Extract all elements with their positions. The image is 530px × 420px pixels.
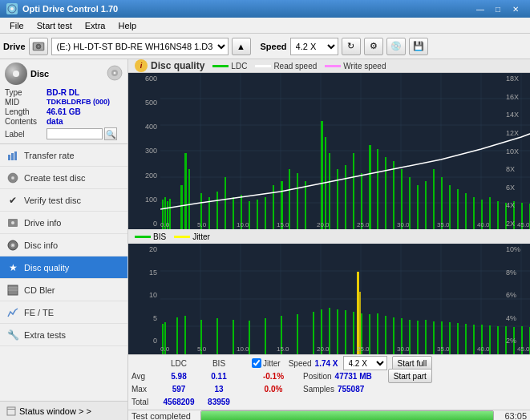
charts-area: 0.0 5.0 10.0 15.0 20.0 25.0 30.0 35.0 40… <box>128 73 530 354</box>
svg-rect-61 <box>289 169 290 229</box>
progress-time: 63:05 <box>499 411 527 420</box>
stats-avg-row: Avg 5.98 0.11 -0.1% Position 47731 MB St… <box>131 370 527 382</box>
ldc-label: LDC <box>231 62 247 71</box>
mid-value: TDKBLDRFB (000) <box>47 98 110 107</box>
svg-text:5.0: 5.0 <box>197 221 207 228</box>
disc-small-icon <box>107 65 123 81</box>
stats-max-row: Max 597 13 0.0% Samples 755087 <box>131 382 527 395</box>
nav-create-test-disc-label: Create test disc <box>24 173 85 183</box>
svg-rect-74 <box>393 161 394 229</box>
disc-info-icon <box>6 239 19 252</box>
chart-speed-select[interactable]: 4.2 X <box>343 356 387 370</box>
type-label: Type <box>5 88 47 97</box>
maximize-button[interactable]: □ <box>490 2 506 15</box>
top-chart-svg: 0.0 5.0 10.0 15.0 20.0 25.0 30.0 35.0 40… <box>160 73 530 229</box>
jitter-label: Jitter <box>192 232 210 241</box>
svg-rect-141 <box>377 313 378 354</box>
svg-rect-83 <box>465 193 467 229</box>
nav-fe-te[interactable]: FE / TE <box>0 301 127 324</box>
nav-items: Transfer rate Create test disc ✔ Verify … <box>0 144 127 401</box>
progress-bar-fill <box>201 411 493 420</box>
jitter-checkbox[interactable] <box>252 358 261 368</box>
refresh-btn[interactable]: ↻ <box>342 38 361 55</box>
svg-rect-11 <box>14 151 17 160</box>
write-speed-color <box>325 65 341 67</box>
menu-start-test[interactable]: Start test <box>30 19 79 32</box>
bis-color <box>135 236 151 238</box>
max-bis: 13 <box>200 385 237 394</box>
ldc-color <box>212 65 229 67</box>
disc-header-label: Disc <box>30 69 49 79</box>
nav-verify-test-disc[interactable]: ✔ Verify test disc <box>0 189 127 212</box>
toolbar: Drive (E:) HL-DT-ST BD-RE WH16NS48 1.D3 … <box>0 34 530 59</box>
speed-header-value: 1.74 X <box>315 359 338 368</box>
stats-total-row: Total 4568209 83959 <box>131 395 527 408</box>
nav-cd-bier[interactable]: CD Bler <box>0 279 127 301</box>
speed-select[interactable]: 4.2 X <box>290 38 338 55</box>
svg-rect-46 <box>169 199 171 229</box>
svg-rect-143 <box>393 317 394 354</box>
svg-rect-48 <box>184 153 187 229</box>
nav-drive-info[interactable]: Drive info <box>0 212 127 234</box>
svg-rect-63 <box>305 181 306 229</box>
disc-panel: Disc Type BD-R DL MID TDKBLDRFB (000) L <box>0 59 127 144</box>
menu-extra[interactable]: Extra <box>79 19 112 32</box>
minimize-button[interactable]: — <box>472 2 488 15</box>
eject-btn[interactable]: ▲ <box>232 38 251 55</box>
write-speed-label: Write speed <box>343 62 386 71</box>
avg-bis: 0.11 <box>200 372 237 381</box>
chart-header: i Disc quality LDC Read speed Write spee… <box>128 59 530 73</box>
svg-text:10.0: 10.0 <box>237 345 249 353</box>
label-button[interactable]: 🔍 <box>104 127 117 140</box>
nav-fe-te-label: FE / TE <box>24 308 54 317</box>
svg-rect-67 <box>337 169 338 229</box>
svg-point-1 <box>10 7 14 10</box>
nav-transfer-rate-label: Transfer rate <box>24 151 75 160</box>
close-button[interactable]: ✕ <box>508 2 524 15</box>
svg-rect-138 <box>353 312 354 354</box>
nav-transfer-rate[interactable]: Transfer rate <box>0 144 127 167</box>
drive-icon-btn[interactable] <box>29 38 48 55</box>
length-label: Length <box>5 107 47 116</box>
svg-rect-24 <box>7 409 15 410</box>
bottom-chart-legend-bar: BIS Jitter <box>128 229 530 244</box>
svg-rect-77 <box>417 185 419 229</box>
nav-extra-tests-label: Extra tests <box>24 330 66 340</box>
save-btn[interactable]: 💾 <box>409 38 428 55</box>
extra-tests-icon: 🔧 <box>6 329 19 341</box>
svg-rect-125 <box>184 316 186 354</box>
svg-rect-68 <box>345 165 346 229</box>
svg-text:10.0: 10.0 <box>237 221 249 228</box>
status-text: Test completed <box>131 411 196 420</box>
svg-rect-57 <box>257 200 258 229</box>
type-value: BD-R DL <box>47 88 79 97</box>
start-part-button[interactable]: Start part <box>388 369 432 383</box>
svg-rect-142 <box>385 316 386 354</box>
settings-btn[interactable]: ⚙ <box>364 38 383 55</box>
app-title: Opti Drive Control 1.70 <box>22 4 118 14</box>
drive-select[interactable]: (E:) HL-DT-ST BD-RE WH16NS48 1.D3 <box>51 38 229 55</box>
menu-file[interactable]: File <box>3 19 30 32</box>
nav-disc-quality[interactable]: ★ Disc quality <box>0 256 127 279</box>
avg-jitter: -0.1% <box>252 372 295 381</box>
chart-header-icon: i <box>135 59 148 72</box>
nav-create-test-disc[interactable]: Create test disc <box>0 167 127 189</box>
svg-rect-69 <box>353 153 354 229</box>
nav-extra-tests[interactable]: 🔧 Extra tests <box>0 324 127 346</box>
max-label: Max <box>131 385 157 394</box>
disc-panel-header: Disc <box>5 63 123 85</box>
legend-bis: BIS <box>135 232 166 241</box>
length-value: 46.61 GB <box>47 107 81 116</box>
svg-text:30.0: 30.0 <box>397 345 410 353</box>
menu-help[interactable]: Help <box>111 19 143 32</box>
status-window[interactable]: Status window > > <box>0 401 127 420</box>
svg-rect-128 <box>233 320 234 354</box>
nav-disc-info[interactable]: Disc info <box>0 234 127 256</box>
samples-value: 755087 <box>338 385 364 394</box>
right-panel: i Disc quality LDC Read speed Write spee… <box>128 59 530 420</box>
y-axis-left-bottom: 20 15 10 5 0 <box>128 244 159 346</box>
svg-rect-59 <box>273 185 274 229</box>
burn-btn[interactable]: 💿 <box>386 38 406 55</box>
label-input[interactable] <box>47 128 103 139</box>
svg-rect-54 <box>233 197 234 229</box>
